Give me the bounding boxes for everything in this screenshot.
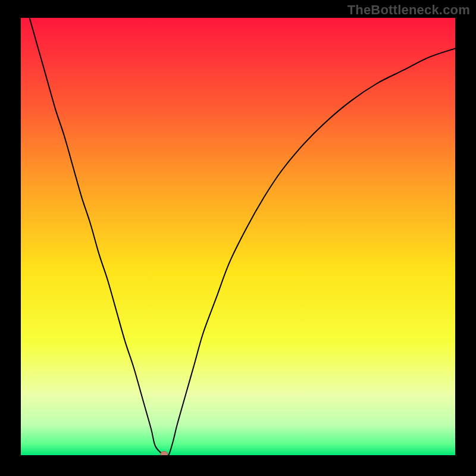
chart-frame: TheBottleneck.com	[0, 0, 476, 476]
plot-area	[21, 18, 455, 455]
gradient-background	[21, 18, 455, 455]
watermark-text: TheBottleneck.com	[347, 2, 470, 18]
minimum-marker	[161, 452, 168, 456]
bottleneck-chart	[21, 18, 455, 455]
